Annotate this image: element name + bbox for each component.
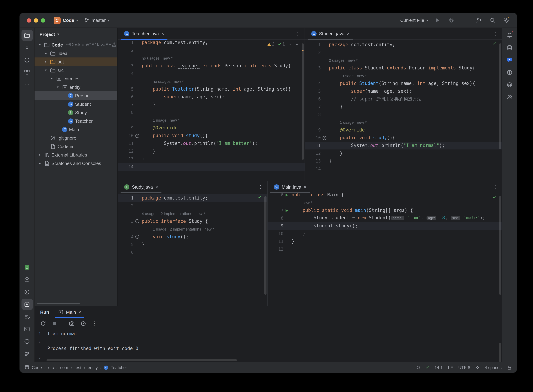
code-with-me-icon[interactable]: [504, 91, 515, 103]
gutter[interactable]: 1: [118, 40, 142, 45]
editor-scrollbar[interactable]: [302, 43, 304, 160]
run-tab-main[interactable]: Main ×: [56, 306, 84, 318]
inspection-widget[interactable]: [492, 42, 496, 46]
indent-config[interactable]: 4 spaces: [485, 365, 502, 370]
close-icon[interactable]: ×: [304, 184, 306, 190]
breadcrumb-item[interactable]: src: [48, 365, 54, 370]
gutter[interactable]: 3↓: [118, 219, 142, 224]
chevron-down-icon[interactable]: ▾: [55, 85, 60, 89]
code-line[interactable]: 8: [305, 111, 502, 118]
tree-item--idea[interactable]: ▸.idea: [35, 49, 117, 57]
run-gutter-icon[interactable]: ▶: [285, 193, 290, 197]
gutter[interactable]: 4: [305, 81, 329, 86]
code-line[interactable]: 6 // super 是调用父类的构造方法: [305, 95, 502, 103]
close-button[interactable]: [27, 18, 31, 22]
gutter[interactable]: 5: [118, 242, 142, 247]
services-tool-icon[interactable]: [21, 286, 33, 298]
more-options-icon[interactable]: ⋮: [461, 16, 469, 24]
chevron-down-icon[interactable]: ▾: [37, 43, 42, 47]
gutter[interactable]: 5: [305, 89, 329, 94]
code-line[interactable]: 4: [118, 70, 304, 78]
code-line[interactable]: 3↓public interface Study {: [118, 218, 267, 225]
plugin-tool-icon[interactable]: [21, 261, 33, 273]
tree-item-code[interactable]: ▾Code~/Desktop/CS/JavaSE基: [35, 41, 117, 49]
close-icon[interactable]: ×: [347, 31, 350, 36]
editor-options-icon[interactable]: ⋮: [493, 31, 498, 37]
build-tool-icon[interactable]: [21, 274, 33, 285]
tree-item-person[interactable]: CPerson: [35, 91, 117, 100]
code-line[interactable]: 8: [118, 109, 304, 116]
editor-scrollbar[interactable]: [264, 196, 266, 295]
gutter[interactable]: 7: [118, 102, 142, 107]
gutter[interactable]: 7: [305, 104, 329, 109]
code-line[interactable]: 13}: [118, 155, 304, 163]
code-line[interactable]: 3public class Teatcher extends Person im…: [118, 62, 304, 70]
chevron-right-icon[interactable]: ▸: [43, 51, 48, 55]
caret-position[interactable]: 14:1: [435, 365, 443, 370]
code-line[interactable]: 12 }: [118, 147, 304, 155]
gutter[interactable]: 1: [305, 42, 329, 47]
close-icon[interactable]: ×: [155, 184, 158, 190]
code-line[interactable]: 3public class Student extends Person imp…: [305, 64, 502, 72]
down-stack-icon[interactable]: ↓: [39, 339, 41, 344]
chevron-right-icon[interactable]: ▸: [43, 60, 48, 63]
project-horizontal-scrollbar[interactable]: [37, 303, 80, 304]
code-vision-hint[interactable]: no usages new *: [118, 78, 304, 85]
tab-student-java[interactable]: C Student.java ×: [308, 28, 353, 40]
code-line[interactable]: 12 }: [305, 149, 502, 157]
editor-scrollbar[interactable]: [499, 196, 501, 295]
override-gutter-icon[interactable]: ↑: [322, 135, 327, 140]
gutter[interactable]: 3: [118, 63, 142, 68]
implemented-gutter-icon[interactable]: ↓: [135, 219, 140, 224]
code-line[interactable]: 7▶ public static void main(String[] args…: [267, 207, 502, 214]
code-line[interactable]: 9 @Override: [118, 124, 304, 132]
tree-item-main[interactable]: CMain: [35, 125, 117, 134]
inspection-widget[interactable]: [492, 195, 496, 199]
run-tool-icon[interactable]: [21, 299, 33, 310]
settings-icon[interactable]: [502, 16, 510, 24]
gutter[interactable]: 14: [118, 164, 142, 169]
project-tool-icon[interactable]: [21, 30, 33, 41]
database-tool-icon[interactable]: [504, 42, 515, 53]
code-editor-teatcher[interactable]: 1package com.test.entity;2no usages new …: [118, 40, 304, 181]
branch-widget[interactable]: master ▾: [84, 18, 109, 23]
editor-options-icon[interactable]: ⋮: [258, 184, 263, 190]
code-line[interactable]: 5}: [118, 241, 267, 248]
code-line[interactable]: 14: [305, 165, 502, 173]
gutter[interactable]: 9: [118, 126, 142, 131]
terminal-tool-icon[interactable]: [21, 323, 33, 335]
up-stack-icon[interactable]: ↑: [39, 331, 41, 336]
gutter[interactable]: 10↑: [118, 133, 142, 138]
gutter[interactable]: 13: [118, 157, 142, 161]
code-line[interactable]: 8 Study student = new Student(name: "Tom…: [267, 214, 502, 222]
chevron-down-icon[interactable]: ▾: [49, 77, 54, 80]
editor-options-icon[interactable]: ⋮: [295, 31, 300, 37]
stop-icon[interactable]: [52, 321, 57, 326]
prev-problem-icon[interactable]: [288, 42, 292, 46]
code-vision-hint[interactable]: 1 usage new *: [305, 118, 502, 126]
project-panel-header[interactable]: Project ▾: [35, 28, 117, 41]
code-vision-hint[interactable]: 1 usage 2 implementations new *: [118, 225, 267, 233]
breadcrumb-item[interactable]: test: [75, 365, 81, 370]
console-horizontal-scrollbar[interactable]: [47, 359, 237, 361]
inspection-widget[interactable]: [258, 195, 262, 199]
debug-icon[interactable]: [447, 16, 455, 24]
breadcrumb-item[interactable]: Code: [32, 365, 42, 370]
gutter[interactable]: 2: [118, 203, 142, 208]
code-line[interactable]: 9 student.study();: [267, 222, 502, 230]
commit-tool-icon[interactable]: [21, 42, 33, 53]
breadcrumb-item[interactable]: com: [60, 365, 68, 370]
tree-item-com-test[interactable]: ▾com.test: [35, 74, 117, 83]
gutter[interactable]: 8: [305, 112, 329, 117]
code-line[interactable]: 6: [118, 248, 267, 256]
gutter[interactable]: 10: [267, 231, 291, 236]
tree-item-scratches-and-consoles[interactable]: ▸Scratches and Consoles: [35, 159, 117, 168]
gutter[interactable]: 2: [305, 50, 329, 55]
gutter[interactable]: 11: [267, 239, 291, 244]
gutter[interactable]: 6: [118, 94, 142, 99]
breadcrumb-item[interactable]: entity: [88, 365, 98, 370]
project-widget[interactable]: C Code ▾: [54, 17, 78, 24]
rerun-icon[interactable]: [40, 320, 46, 326]
code-line[interactable]: 6 super(name, age, sex);: [118, 93, 304, 101]
more-options-icon[interactable]: ⋮: [92, 320, 97, 326]
